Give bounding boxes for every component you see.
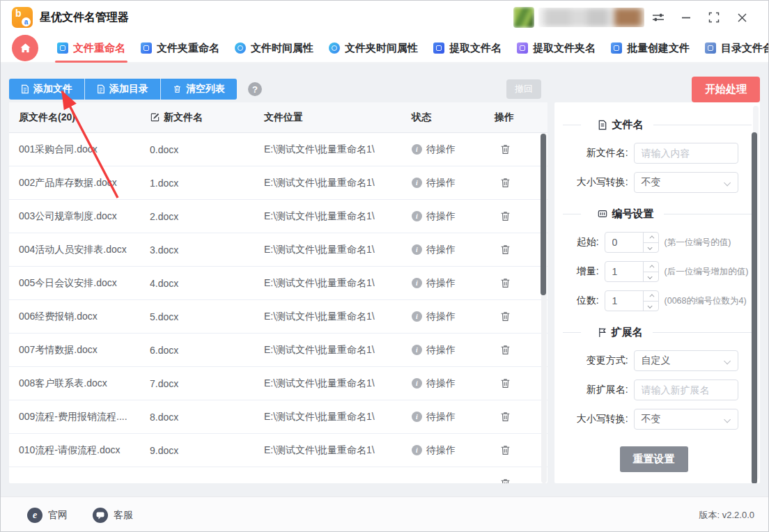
reset-settings-button[interactable]: 重置设置 [620, 446, 688, 472]
start-number-input[interactable] [605, 233, 643, 252]
header-original-name[interactable]: 原文件名(20) [19, 111, 150, 124]
decrement-icon[interactable] [644, 302, 658, 311]
tab-extract-filename[interactable]: 提取文件名 [426, 33, 509, 63]
folder-time-icon [329, 42, 340, 54]
official-site-link[interactable]: e 官网 [27, 508, 68, 523]
digits-input[interactable] [605, 291, 643, 311]
settings-sliders-icon[interactable] [644, 6, 672, 29]
delete-row-button[interactable] [498, 276, 547, 290]
delete-row-button[interactable] [498, 443, 547, 457]
tab-merge-extract[interactable]: 目录文件合并/提取 [697, 33, 769, 63]
table-row[interactable]: 003公司规章制度.docx 2.docx E:\测试文件\批量重命名1\ i … [9, 200, 547, 233]
delete-row-button[interactable] [498, 242, 547, 257]
content-area: 添加文件 添加目录 清空列表 ? 撤回 开始处理 原文件名(20) [1, 63, 768, 496]
increment-icon[interactable] [644, 291, 658, 302]
table-row[interactable]: 004活动人员安排表.docx 3.docx E:\测试文件\批量重命名1\ i… [9, 233, 547, 267]
header-status[interactable]: 状态 [412, 111, 488, 124]
trash-icon [499, 210, 511, 222]
table-row[interactable]: 006经费报销.docx 5.docx E:\测试文件\批量重命名1\ i 待操… [9, 300, 547, 334]
delete-row-button[interactable] [498, 175, 547, 190]
decrement-icon[interactable] [644, 243, 658, 253]
new-filename-row: 新文件名: [564, 143, 760, 164]
table-row[interactable]: 002产品库存数据.docx 1.docx E:\测试文件\批量重命名1\ i … [9, 166, 547, 200]
delete-row-button[interactable] [498, 309, 547, 324]
trash-icon [499, 311, 511, 322]
document-icon [598, 120, 607, 130]
header-action[interactable]: 操作 [495, 111, 547, 124]
home-button[interactable] [12, 35, 38, 61]
maximize-button[interactable] [700, 6, 728, 29]
delete-row-button[interactable] [498, 343, 547, 357]
status-text: 待操作 [426, 244, 456, 256]
info-icon: i [412, 211, 422, 221]
delete-row-button[interactable] [498, 142, 547, 157]
status-text: 待操作 [426, 344, 456, 357]
table-header-row: 原文件名(20) 新文件名 文件位置 状态 操作 [9, 102, 547, 133]
original-filename-cell: 008客户联系表.docx [19, 377, 150, 390]
delete-row-button[interactable] [498, 209, 547, 224]
user-avatar[interactable] [513, 7, 534, 28]
tab-file-time[interactable]: 文件时间属性 [227, 33, 321, 63]
increment-icon[interactable] [644, 233, 658, 243]
panel-scrollbar-thumb[interactable] [752, 132, 757, 483]
start-process-button[interactable]: 开始处理 [692, 77, 760, 102]
table-scrollbar-track[interactable] [541, 133, 547, 483]
add-file-button[interactable]: 添加文件 [9, 79, 84, 100]
batch-create-icon [611, 42, 622, 54]
panel-scrollbar-track[interactable] [753, 106, 759, 480]
new-filename-cell: 9.docx [150, 445, 264, 456]
customer-service-link[interactable]: 客服 [93, 508, 133, 523]
new-extension-input[interactable] [634, 380, 738, 400]
change-mode-select[interactable]: 自定义 [634, 350, 738, 371]
increment-icon[interactable] [644, 262, 658, 272]
increment-input[interactable] [605, 262, 643, 281]
file-path-cell: E:\测试文件\批量重命名1\ [264, 377, 412, 390]
tab-folder-rename[interactable]: 文件夹重命名 [133, 33, 227, 63]
delete-row-button[interactable] [498, 409, 547, 424]
new-filename-input[interactable] [634, 143, 738, 164]
extract-filename-icon [433, 42, 444, 54]
original-filename-cell: 005今日会议安排.docx [19, 277, 150, 290]
original-filename-cell: 006经费报销.docx [19, 311, 150, 323]
tab-file-rename[interactable]: 文件重命名 [49, 33, 133, 63]
extension-case-select[interactable]: 不变 [634, 409, 738, 430]
table-row[interactable]: 001采购合同.docx 0.docx E:\测试文件\批量重命名1\ i 待操… [9, 133, 547, 166]
status-text: 待操作 [426, 444, 456, 457]
delete-row-button[interactable] [498, 376, 547, 391]
tab-folder-time[interactable]: 文件夹时间属性 [321, 33, 426, 63]
table-row[interactable]: 010流程-请假流程.docx 9.docx E:\测试文件\批量重命名1\ i… [9, 434, 547, 467]
status-cell: i 待操作 [412, 143, 488, 156]
tab-batch-create[interactable]: 批量创建文件 [603, 33, 697, 63]
add-folder-button[interactable]: 添加目录 [84, 79, 160, 100]
filename-case-select[interactable]: 不变 [634, 172, 738, 193]
file-path-cell: E:\测试文件\批量重命名1\ [264, 244, 412, 256]
help-icon[interactable]: ? [248, 82, 262, 96]
undo-button[interactable]: 撤回 [506, 79, 541, 99]
table-row[interactable]: i [9, 467, 547, 483]
decrement-icon[interactable] [644, 272, 658, 282]
header-new-name[interactable]: 新文件名 [150, 111, 264, 124]
table-row[interactable]: 008客户联系表.docx 7.docx E:\测试文件\批量重命名1\ i 待… [9, 367, 547, 400]
close-button[interactable] [728, 6, 756, 29]
minimize-button[interactable] [672, 6, 700, 29]
settings-panel: 文件名 新文件名: 大小写转换: 不变 编号设 [554, 102, 760, 483]
status-cell: i 待操作 [412, 444, 488, 457]
section-numbering: 编号设置 [554, 207, 760, 221]
header-file-path[interactable]: 文件位置 [264, 111, 412, 124]
file-time-icon [235, 42, 246, 54]
table-scrollbar-thumb[interactable] [541, 134, 546, 295]
table-row[interactable]: 007考情数据.docx 6.docx E:\测试文件\批量重命名1\ i 待操… [9, 334, 547, 367]
table-row[interactable]: 005今日会议安排.docx 4.docx E:\测试文件\批量重命名1\ i … [9, 267, 547, 300]
start-number-row: 起始: (第一位编号的值) [564, 232, 760, 253]
original-filename-cell: 007考情数据.docx [19, 344, 150, 357]
extension-case-row: 大小写转换: 不变 [564, 409, 760, 430]
chevron-down-icon [724, 416, 731, 423]
merge-extract-icon [705, 42, 716, 54]
filename-case-row: 大小写转换: 不变 [564, 172, 760, 193]
delete-row-button[interactable] [498, 476, 547, 483]
chevron-down-icon [724, 179, 731, 186]
clear-list-button[interactable]: 清空列表 [160, 79, 237, 100]
numbering-icon [598, 209, 607, 219]
table-row[interactable]: 009流程-费用报销流程.... 8.docx E:\测试文件\批量重命名1\ … [9, 400, 547, 434]
tab-extract-foldername[interactable]: 提取文件夹名 [509, 33, 603, 63]
